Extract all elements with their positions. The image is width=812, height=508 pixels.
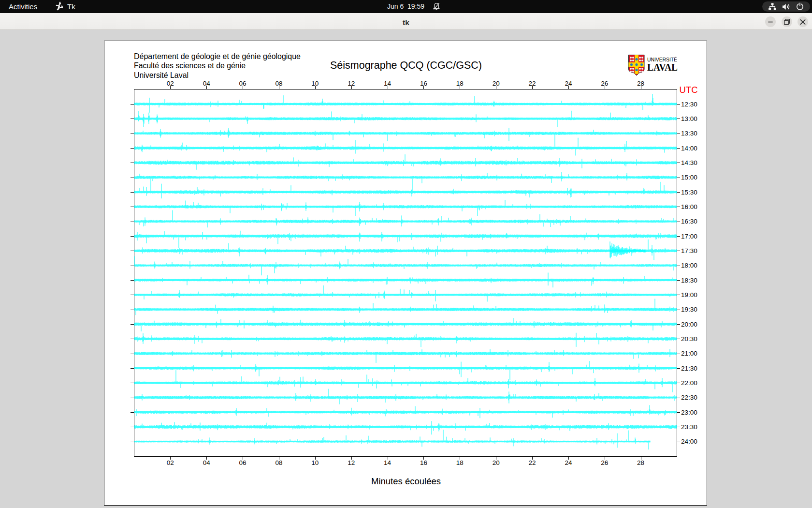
svg-text:Minutes écoulées: Minutes écoulées (371, 476, 441, 486)
svg-text:22: 22 (529, 459, 536, 466)
svg-text:18: 18 (456, 459, 464, 466)
svg-text:14:00: 14:00 (681, 145, 697, 152)
svg-text:UTC: UTC (680, 85, 698, 95)
svg-text:20: 20 (493, 80, 500, 87)
svg-text:08: 08 (275, 459, 282, 466)
svg-text:10: 10 (311, 80, 319, 87)
svg-text:19:00: 19:00 (681, 291, 697, 299)
svg-text:04: 04 (203, 459, 211, 466)
svg-text:24: 24 (565, 459, 572, 466)
svg-text:26: 26 (601, 459, 608, 466)
svg-text:19:30: 19:30 (681, 306, 697, 313)
svg-text:14:30: 14:30 (681, 159, 697, 166)
svg-text:20:00: 20:00 (681, 321, 697, 328)
svg-text:26: 26 (601, 80, 608, 87)
svg-text:28: 28 (637, 459, 644, 466)
svg-text:16: 16 (420, 459, 427, 466)
svg-text:23:00: 23:00 (681, 409, 697, 416)
svg-text:15:30: 15:30 (681, 189, 697, 196)
svg-text:06: 06 (239, 80, 246, 87)
svg-text:10: 10 (311, 459, 319, 466)
svg-text:16: 16 (420, 80, 427, 87)
svg-text:12:30: 12:30 (681, 101, 697, 108)
svg-text:Séismographe QCQ (CGC/GSC): Séismographe QCQ (CGC/GSC) (330, 59, 482, 71)
svg-text:17:30: 17:30 (681, 247, 697, 254)
svg-text:08: 08 (275, 80, 282, 87)
svg-text:15:00: 15:00 (681, 174, 697, 181)
svg-text:23:30: 23:30 (681, 423, 697, 431)
svg-text:LAVAL: LAVAL (647, 61, 678, 73)
svg-text:Faculté des sciences et de gén: Faculté des sciences et de génie (134, 61, 246, 70)
svg-text:21:00: 21:00 (681, 350, 697, 357)
svg-text:18: 18 (456, 80, 464, 87)
svg-text:04: 04 (203, 80, 211, 87)
svg-text:18:00: 18:00 (681, 262, 697, 269)
svg-text:Université Laval: Université Laval (134, 71, 188, 79)
svg-text:22:00: 22:00 (681, 379, 697, 387)
svg-text:Département de géologie et de: Département de géologie et de génie géol… (134, 52, 301, 60)
svg-text:24:00: 24:00 (681, 438, 697, 445)
svg-text:18:30: 18:30 (681, 277, 697, 284)
svg-text:17:00: 17:00 (681, 233, 697, 240)
svg-text:12: 12 (348, 459, 355, 466)
svg-text:14: 14 (384, 80, 392, 87)
svg-text:06: 06 (239, 459, 246, 466)
svg-text:22:30: 22:30 (681, 394, 697, 401)
svg-text:20: 20 (493, 459, 500, 466)
svg-text:24: 24 (565, 80, 572, 87)
svg-text:02: 02 (167, 80, 174, 87)
svg-text:16:00: 16:00 (681, 203, 697, 210)
svg-text:02: 02 (167, 459, 174, 466)
svg-text:28: 28 (637, 80, 644, 87)
svg-text:22: 22 (529, 80, 536, 87)
svg-text:12: 12 (348, 80, 355, 87)
svg-text:13:30: 13:30 (681, 130, 697, 137)
svg-text:16:30: 16:30 (681, 218, 697, 225)
svg-text:13:00: 13:00 (681, 115, 697, 122)
svg-text:14: 14 (384, 459, 392, 466)
svg-text:20:30: 20:30 (681, 335, 697, 343)
svg-text:21:30: 21:30 (681, 365, 697, 372)
